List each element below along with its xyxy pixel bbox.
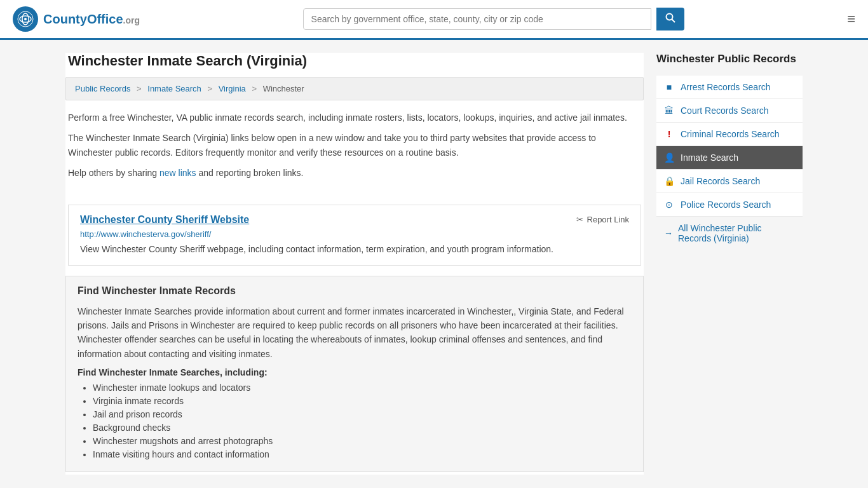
main-content: Winchester Inmate Search (Virginia) Publ… [65,53,644,475]
page-title: Winchester Inmate Search (Virginia) [65,53,644,69]
new-links-link[interactable]: new links [159,168,196,178]
sidebar-all-records-link[interactable]: → All Winchester Public Records (Virgini… [656,217,803,250]
list-item: Inmate visiting hours and contact inform… [93,449,632,459]
menu-icon[interactable]: ≡ [847,11,855,27]
description-section: Perform a free Winchester, VA public inm… [65,111,644,194]
sidebar-item-label: Criminal Records Search [681,129,780,139]
sidebar-item-police-records[interactable]: ⊙ Police Records Search [656,193,803,217]
desc-para-3: Help others by sharing new links and rep… [68,166,641,180]
find-section-list: Winchester inmate lookups and locators V… [78,383,632,459]
search-input[interactable] [303,8,651,30]
sidebar-item-court-records[interactable]: 🏛 Court Records Search [656,99,803,123]
svg-point-3 [24,18,27,20]
search-area [303,8,684,30]
breadcrumb: Public Records > Inmate Search > Virgini… [65,77,644,100]
desc-para-1: Perform a free Winchester, VA public inm… [68,111,641,125]
logo-area[interactable]: CountyOffice.org [13,6,140,32]
find-section-body: Winchester Inmate Searches provide infor… [78,304,632,362]
sidebar-item-label: Court Records Search [681,105,769,116]
sidebar-title: Winchester Public Records [656,53,803,69]
svg-point-4 [666,14,672,20]
sidebar-item-label: Inmate Search [681,152,738,163]
inmate-search-icon: 👤 [664,152,674,163]
resource-title-link[interactable]: Winchester County Sheriff Website [80,214,249,226]
svg-line-5 [672,20,675,23]
logo-icon [13,6,38,32]
scissors-icon: ✂ [576,215,583,224]
search-button[interactable] [656,8,684,30]
list-item: Jail and prison records [93,409,632,419]
sidebar: Winchester Public Records ■ Arrest Recor… [656,53,803,475]
list-item: Background checks [93,423,632,433]
arrest-records-icon: ■ [664,82,674,92]
sidebar-item-arrest-records[interactable]: ■ Arrest Records Search [656,76,803,99]
sidebar-item-inmate-search[interactable]: 👤 Inmate Search [656,146,803,170]
desc-para-2: The Winchester Inmate Search (Virginia) … [68,131,641,159]
breadcrumb-virginia[interactable]: Virginia [219,84,246,93]
arrow-right-icon: → [664,228,673,238]
find-section-heading: Find Winchester Inmate Records [78,285,632,297]
jail-records-icon: 🔒 [664,176,674,186]
resource-card-header: Winchester County Sheriff Website ✂ Repo… [80,214,629,226]
police-records-icon: ⊙ [664,200,674,210]
resource-description: View Winchester County Sheriff webpage, … [80,243,629,256]
find-section-subheading: Find Winchester Inmate Searches, includi… [78,367,632,377]
sidebar-item-label: Jail Records Search [681,176,760,186]
main-layout: Winchester Inmate Search (Virginia) Publ… [53,40,815,487]
list-item: Winchester inmate lookups and locators [93,383,632,393]
sidebar-item-jail-records[interactable]: 🔒 Jail Records Search [656,170,803,193]
resource-url[interactable]: http://www.winchesterva.gov/sheriff/ [80,229,629,239]
court-records-icon: 🏛 [664,105,674,116]
breadcrumb-current: Winchester [263,84,304,93]
logo-text: CountyOffice.org [43,12,140,27]
list-item: Winchester mugshots and arrest photograp… [93,436,632,446]
resource-card: Winchester County Sheriff Website ✂ Repo… [68,205,641,266]
sidebar-item-criminal-records[interactable]: ! Criminal Records Search [656,123,803,146]
sidebar-item-label: Arrest Records Search [681,82,771,92]
sidebar-item-label: Police Records Search [681,200,771,210]
breadcrumb-inmate-search[interactable]: Inmate Search [147,84,201,93]
criminal-records-icon: ! [664,129,674,139]
breadcrumb-public-records[interactable]: Public Records [75,84,130,93]
sidebar-all-label: All Winchester Public Records (Virginia) [678,223,795,243]
list-item: Virginia inmate records [93,396,632,406]
site-header: CountyOffice.org ≡ [0,0,868,40]
report-link[interactable]: ✂ Report Link [576,215,629,224]
find-section: Find Winchester Inmate Records Wincheste… [65,276,644,473]
